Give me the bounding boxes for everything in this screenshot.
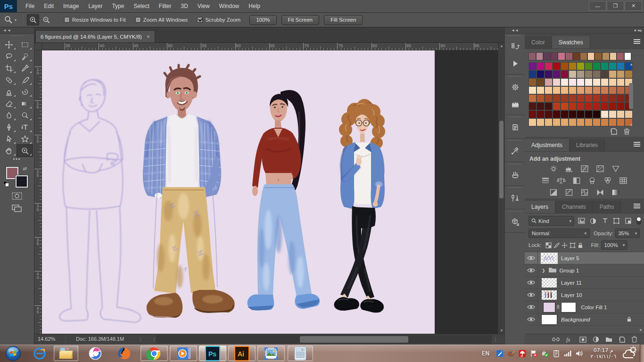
swatch[interactable] [593,78,601,86]
horizontal-scrollbar[interactable] [156,335,492,344]
edit-toolbar-icon[interactable]: ••• [0,156,34,164]
swatch[interactable] [537,110,545,118]
add-mask-icon[interactable] [579,337,586,343]
swatch[interactable] [617,110,625,118]
swatch[interactable] [601,102,609,110]
swatch[interactable] [577,118,585,126]
swatch[interactable] [561,62,569,70]
swatch[interactable] [569,102,577,110]
tray-usb-icon[interactable] [541,349,549,357]
layer-name[interactable]: Color Fill 1 [581,304,607,310]
weather-icon[interactable] [622,346,638,362]
swatch[interactable] [594,52,602,60]
swatch[interactable] [528,110,537,118]
menu-type[interactable]: Type [107,0,129,12]
tray-volume-icon[interactable] [575,349,583,357]
quick-selection-tool[interactable] [17,50,33,62]
type-tool[interactable] [17,121,33,133]
swatch[interactable] [537,118,545,126]
screen-mode-button[interactable] [10,205,24,212]
clone-stamp-tool[interactable] [1,86,17,98]
new-swatch-icon[interactable] [610,128,617,135]
swatch[interactable] [561,102,569,110]
history-panel-icon[interactable] [505,38,525,55]
swatch[interactable] [577,86,585,94]
layer-row-layer-5[interactable]: Layer 5 [525,252,644,264]
taskbar-media-player-icon[interactable] [170,346,197,361]
swatch[interactable] [601,78,609,86]
tab-close-icon[interactable]: × [147,33,150,40]
swatch[interactable] [551,52,558,60]
swatch[interactable] [617,62,625,70]
layer-row-layer-11[interactable]: Layer 11 [525,277,644,289]
layer-name[interactable]: Layer 11 [561,280,582,286]
adjustments-tab-adjustments[interactable]: Adjustments [525,139,570,151]
swatch[interactable] [593,110,601,118]
hue-saturation-adjustment-icon[interactable] [540,176,551,185]
button-100[interactable]: 100% [249,15,276,25]
layer-row-group-1[interactable]: ❯Group 1 [525,264,644,277]
adjustments-tab-libraries[interactable]: Libraries [570,139,605,151]
eyedropper-tool[interactable] [17,62,33,74]
tray-clipboard-icon[interactable] [553,349,561,357]
show-desktop-button[interactable] [640,345,644,362]
swatch[interactable] [545,118,553,126]
swatch[interactable] [528,70,537,78]
swatch[interactable] [561,94,569,102]
selective-color-adjustment-icon[interactable] [594,188,606,197]
menu-image[interactable]: Image [58,0,83,12]
tool-preset-icon[interactable]: ▾ [0,15,20,25]
swatch[interactable] [537,102,545,110]
lock-pixels-icon[interactable] [553,241,561,249]
swatch[interactable] [553,78,561,86]
layer-row-color-fill-1[interactable]: 8Color Fill 1 [525,301,644,313]
layer-thumbnail[interactable] [542,278,557,288]
visibility-eye-icon[interactable] [527,280,535,285]
swatch[interactable] [577,78,585,86]
link-layers-icon[interactable] [552,337,560,342]
swatch[interactable] [543,52,551,60]
swatch[interactable] [609,62,617,70]
button-fillscreen[interactable]: Fill Screen [324,15,363,25]
swatch[interactable] [558,52,565,60]
swatch[interactable] [569,118,577,126]
swatch[interactable] [565,52,573,60]
swatch[interactable] [545,78,553,86]
swatch[interactable] [609,94,617,102]
swatch[interactable] [601,62,609,70]
swatch[interactable] [569,94,577,102]
menu-select[interactable]: Select [129,0,154,12]
visibility-eye-icon[interactable] [527,292,535,297]
document-tab[interactable]: 6 figures.psd @ 14.6% (Layer 5, CMYK/8) … [35,30,155,42]
close-button[interactable]: ✕ [625,1,642,11]
restore-button[interactable]: ❐ [607,1,624,11]
fill-dropdown[interactable]: 100%▾ [601,240,627,250]
swatch[interactable] [528,102,537,110]
swatch[interactable] [580,52,587,60]
layers-menu-icon[interactable] [634,203,640,209]
swatch[interactable] [545,110,553,118]
swatch[interactable] [545,70,553,78]
swatch[interactable] [545,86,553,94]
swatch[interactable] [585,110,593,118]
color-balance-adjustment-icon[interactable] [555,176,567,185]
swatch[interactable] [528,94,537,102]
black-white-adjustment-icon[interactable] [571,176,582,185]
filter-shape-icon[interactable] [612,216,621,225]
swatches-menu-icon[interactable] [634,38,640,45]
swatch[interactable] [561,78,569,86]
swatch[interactable] [624,52,632,60]
move-tool[interactable] [1,39,17,50]
swatch[interactable] [569,110,577,118]
checkbox-resize-windows-to-fit[interactable]: Resize Windows to Fit [64,17,126,23]
language-indicator[interactable]: EN [482,350,490,357]
visibility-eye-icon[interactable] [527,268,535,273]
background-color[interactable] [16,175,28,188]
swatch[interactable] [593,118,601,126]
menu-view[interactable]: View [193,0,215,12]
status-expand-icon[interactable]: 〉 [139,336,144,343]
swatch[interactable] [585,70,593,78]
tray-tablet-icon[interactable] [496,349,504,357]
zoom-tool[interactable] [17,145,33,156]
taskbar-photo-viewer-icon[interactable] [257,346,285,361]
